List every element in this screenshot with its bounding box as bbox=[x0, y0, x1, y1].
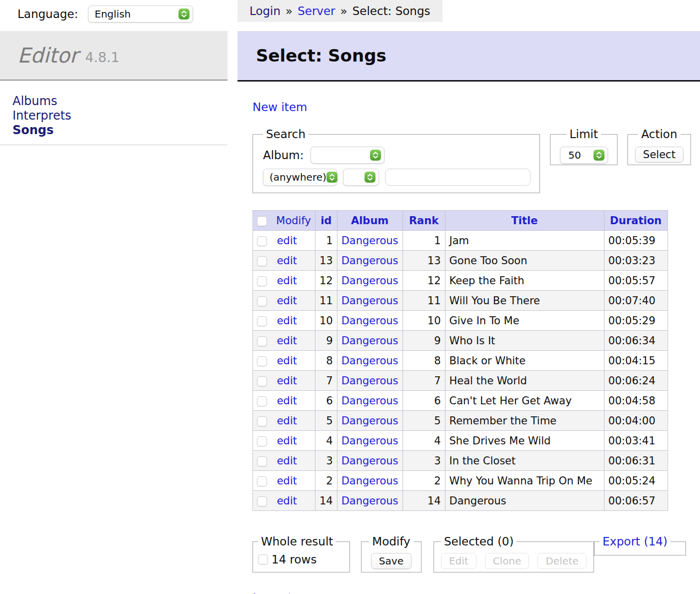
breadcrumb-login-link[interactable]: Login bbox=[250, 5, 280, 18]
edit-link[interactable]: edit bbox=[277, 395, 297, 407]
edit-link[interactable]: edit bbox=[277, 455, 297, 467]
whole-result-row: 14 rows bbox=[258, 553, 344, 566]
clone-selected-button[interactable]: Clone bbox=[485, 553, 530, 569]
modify-cell: edit bbox=[253, 271, 316, 291]
album-cell: Dangerous bbox=[337, 451, 402, 471]
row-select-checkbox[interactable] bbox=[257, 336, 267, 346]
album-cell: Dangerous bbox=[337, 371, 402, 391]
edit-link[interactable]: edit bbox=[277, 335, 297, 347]
row-select-checkbox[interactable] bbox=[257, 396, 267, 406]
rank-cell: 7 bbox=[402, 371, 445, 391]
language-select[interactable]: English bbox=[88, 6, 193, 23]
row-select-checkbox[interactable] bbox=[257, 496, 267, 506]
search-value-input[interactable] bbox=[385, 169, 530, 186]
title-cell: Dangerous bbox=[445, 491, 604, 511]
edit-link[interactable]: edit bbox=[277, 415, 297, 427]
edit-link[interactable]: edit bbox=[277, 315, 297, 327]
album-link[interactable]: Dangerous bbox=[342, 255, 398, 267]
select-button[interactable]: Select bbox=[635, 147, 684, 163]
row-select-checkbox[interactable] bbox=[257, 236, 267, 246]
duration-column-link[interactable]: Duration bbox=[610, 215, 662, 227]
search-column-select[interactable]: (anywhere) bbox=[263, 169, 337, 186]
table-row: edit 12 Dangerous 12 Keep the Faith 00:0… bbox=[253, 271, 668, 291]
album-link[interactable]: Dangerous bbox=[342, 335, 398, 347]
row-select-checkbox[interactable] bbox=[257, 476, 267, 486]
sidebar-item-albums[interactable]: Albums bbox=[12, 94, 72, 109]
album-cell: Dangerous bbox=[337, 411, 402, 431]
select-all-checkbox[interactable] bbox=[257, 216, 267, 226]
rank-cell: 5 bbox=[402, 411, 445, 431]
album-link[interactable]: Dangerous bbox=[342, 435, 398, 447]
rank-cell: 11 bbox=[402, 291, 445, 311]
edit-link[interactable]: edit bbox=[277, 255, 297, 267]
row-select-checkbox[interactable] bbox=[257, 256, 267, 266]
table-row: edit 7 Dangerous 7 Heal the World 00:06:… bbox=[253, 371, 668, 391]
id-column-link[interactable]: id bbox=[320, 215, 332, 227]
breadcrumb-server-link[interactable]: Server bbox=[298, 5, 335, 18]
album-link[interactable]: Dangerous bbox=[342, 455, 398, 467]
edit-link[interactable]: edit bbox=[277, 235, 297, 247]
edit-link[interactable]: edit bbox=[277, 295, 297, 307]
select-stepper-icon bbox=[594, 150, 604, 161]
select-stepper-icon bbox=[326, 172, 338, 183]
row-select-checkbox[interactable] bbox=[257, 276, 267, 286]
album-link[interactable]: Dangerous bbox=[342, 415, 398, 427]
rank-cell: 3 bbox=[402, 451, 445, 471]
export-link[interactable]: Export (14) bbox=[602, 535, 668, 548]
save-button[interactable]: Save bbox=[371, 553, 412, 569]
title-cell: In the Closet bbox=[445, 451, 604, 471]
row-select-checkbox[interactable] bbox=[257, 416, 267, 426]
album-link[interactable]: Dangerous bbox=[342, 235, 398, 247]
delete-selected-button[interactable]: Delete bbox=[538, 553, 586, 569]
search-legend: Search bbox=[263, 128, 308, 141]
row-select-checkbox[interactable] bbox=[257, 296, 267, 306]
row-select-checkbox[interactable] bbox=[257, 376, 267, 386]
selected-legend: Selected (0) bbox=[441, 535, 517, 548]
row-select-checkbox[interactable] bbox=[257, 436, 267, 446]
album-link[interactable]: Dangerous bbox=[342, 315, 398, 327]
modify-header-link[interactable]: Modify bbox=[276, 215, 311, 227]
edit-link[interactable]: edit bbox=[277, 495, 297, 507]
duration-cell: 00:05:29 bbox=[604, 311, 668, 331]
row-select-checkbox[interactable] bbox=[257, 356, 267, 366]
new-item-link[interactable]: New item bbox=[252, 101, 307, 114]
rank-column-link[interactable]: Rank bbox=[409, 215, 438, 227]
breadcrumb-separator: » bbox=[340, 5, 348, 18]
album-link[interactable]: Dangerous bbox=[342, 355, 398, 367]
edit-link[interactable]: edit bbox=[277, 475, 297, 487]
edit-selected-button[interactable]: Edit bbox=[441, 553, 476, 569]
modify-cell: edit bbox=[253, 331, 316, 351]
edit-link[interactable]: edit bbox=[277, 435, 297, 447]
album-link[interactable]: Dangerous bbox=[342, 295, 398, 307]
album-link[interactable]: Dangerous bbox=[342, 475, 398, 487]
duration-cell: 00:06:34 bbox=[604, 331, 668, 351]
table-row: edit 4 Dangerous 4 She Drives Me Wild 00… bbox=[253, 431, 668, 451]
album-column-link[interactable]: Album bbox=[351, 215, 388, 227]
whole-result-checkbox[interactable] bbox=[258, 554, 268, 564]
title-cell: Why You Wanna Trip On Me bbox=[445, 471, 604, 491]
sidebar-item-songs[interactable]: Songs bbox=[12, 123, 72, 138]
search-album-row: Album: bbox=[263, 147, 532, 164]
edit-link[interactable]: edit bbox=[277, 355, 297, 367]
album-link[interactable]: Dangerous bbox=[342, 275, 398, 287]
rank-cell: 4 bbox=[402, 431, 445, 451]
modify-cell: edit bbox=[253, 411, 316, 431]
album-link[interactable]: Dangerous bbox=[342, 395, 398, 407]
edit-link[interactable]: edit bbox=[277, 375, 297, 387]
album-link[interactable]: Dangerous bbox=[342, 375, 398, 387]
sidebar-item-interprets[interactable]: Interprets bbox=[12, 109, 72, 123]
album-filter-select[interactable] bbox=[310, 147, 384, 164]
row-select-checkbox[interactable] bbox=[257, 456, 267, 466]
album-cell: Dangerous bbox=[337, 351, 402, 371]
row-select-checkbox[interactable] bbox=[257, 316, 267, 326]
title-column-link[interactable]: Title bbox=[512, 215, 538, 227]
id-cell: 1 bbox=[315, 231, 337, 251]
import-link[interactable]: Import bbox=[252, 591, 292, 594]
search-operator-select[interactable] bbox=[343, 169, 379, 186]
select-stepper-icon bbox=[370, 150, 381, 161]
limit-select[interactable]: 50 bbox=[560, 147, 608, 164]
edit-link[interactable]: edit bbox=[277, 275, 297, 287]
modify-cell: edit bbox=[253, 451, 316, 471]
album-link[interactable]: Dangerous bbox=[342, 495, 398, 507]
title-cell: Gone Too Soon bbox=[445, 251, 604, 271]
